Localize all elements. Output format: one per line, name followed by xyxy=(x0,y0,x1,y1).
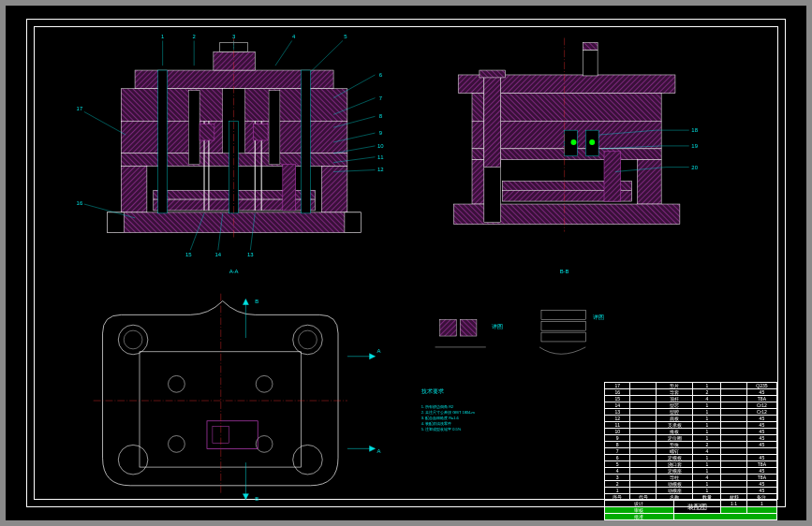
callout-20: 20 xyxy=(691,165,698,170)
callout-13: 13 xyxy=(247,252,254,257)
svg-rect-17 xyxy=(158,70,168,213)
svg-rect-71 xyxy=(460,319,477,336)
svg-point-61 xyxy=(256,436,273,453)
title-row-green2: 批准 xyxy=(605,514,777,520)
notes-header: 技术要求 xyxy=(421,388,444,394)
svg-rect-51 xyxy=(140,352,302,467)
callout-16: 16 xyxy=(77,200,83,206)
svg-rect-32 xyxy=(583,50,598,76)
svg-rect-18 xyxy=(302,70,311,213)
svg-rect-27 xyxy=(199,124,214,140)
detail-label-1: 详图 xyxy=(492,323,503,329)
callout-6: 6 xyxy=(379,72,383,78)
svg-point-58 xyxy=(169,375,185,392)
svg-point-60 xyxy=(169,436,185,453)
callout-12: 12 xyxy=(377,168,384,173)
svg-point-56 xyxy=(118,445,148,475)
bom-row: 16导套245 xyxy=(605,389,777,396)
notes-body: 1. 所有棱边倒角 R2 2. 未注尺寸公差按 GB/T 1804-m 3. 配… xyxy=(421,404,476,431)
callout-14: 14 xyxy=(215,252,222,257)
svg-point-59 xyxy=(256,375,273,392)
callout-3: 3 xyxy=(232,34,236,39)
callout-8: 8 xyxy=(379,113,383,119)
bom-row: 12底板145 xyxy=(605,416,777,422)
bom-row: 3导柱4T8A xyxy=(605,475,777,481)
bom-row: 6定模板145 xyxy=(605,455,777,461)
cad-canvas[interactable]: 1 2 3 4 5 6 7 8 9 10 11 12 17 16 15 14 1… xyxy=(6,6,806,520)
svg-rect-14 xyxy=(107,212,361,233)
section-label-aa: A-A xyxy=(229,269,239,274)
callout-1: 1 xyxy=(161,34,164,39)
svg-point-53 xyxy=(124,330,142,349)
svg-point-52 xyxy=(118,325,148,355)
svg-rect-33 xyxy=(583,42,598,50)
section-arrow-a-top: A xyxy=(376,348,380,354)
title-block: 17垫片1Q23516导套24515顶杆4T8A14型芯1Cr1213型腔1Cr… xyxy=(604,382,777,499)
callout-18: 18 xyxy=(691,127,698,133)
svg-point-48 xyxy=(571,139,577,145)
callout-2: 2 xyxy=(193,34,196,39)
svg-rect-75 xyxy=(541,332,585,342)
svg-rect-15 xyxy=(107,212,124,233)
bom-header-row: 序号 代号 名称 数量 材料 备注 xyxy=(605,494,777,501)
svg-rect-28 xyxy=(253,124,268,140)
svg-rect-70 xyxy=(439,319,456,336)
bom-row: 14型芯1Cr12 xyxy=(605,402,777,409)
svg-rect-29 xyxy=(283,165,296,211)
bom-row: 5浇口套1T8A xyxy=(605,461,777,468)
callout-7: 7 xyxy=(379,95,382,101)
callout-17: 17 xyxy=(77,106,83,111)
bom-row: 17垫片1Q235 xyxy=(605,383,777,389)
svg-rect-74 xyxy=(541,321,585,330)
bom-row: 9定位圈145 xyxy=(605,435,777,442)
section-arrow-b-bot: B xyxy=(255,496,258,502)
svg-rect-10 xyxy=(121,167,147,212)
callout-11: 11 xyxy=(377,154,384,160)
callout-9: 9 xyxy=(379,130,382,136)
section-arrow-a-bot: A xyxy=(376,448,380,454)
bom-row: 2动模板145 xyxy=(605,481,777,488)
svg-point-55 xyxy=(299,330,317,349)
svg-point-57 xyxy=(293,445,323,475)
bom-row: 8垫块245 xyxy=(605,442,777,448)
svg-point-49 xyxy=(589,139,595,145)
svg-rect-20 xyxy=(269,91,280,165)
callout-5: 5 xyxy=(344,34,347,39)
svg-point-54 xyxy=(293,325,323,355)
section-arrow-b-top: B xyxy=(255,299,258,304)
bom-row: 15顶杆4T8A xyxy=(605,396,777,402)
svg-rect-11 xyxy=(321,167,347,212)
svg-rect-47 xyxy=(604,152,621,201)
bom-row: 7螺钉4 xyxy=(605,448,777,455)
callout-15: 15 xyxy=(185,252,192,257)
svg-rect-16 xyxy=(345,212,362,233)
detail-label-2: 详图 xyxy=(593,314,604,320)
title-row: 设计 装配图 1:1 1 xyxy=(605,501,777,507)
technical-notes: 技术要求 1. 所有棱边倒角 R2 2. 未注尺寸公差按 GB/T 1804-m… xyxy=(421,388,476,431)
plan-view: B B A A xyxy=(94,294,381,502)
callout-4: 4 xyxy=(292,34,296,39)
svg-rect-62 xyxy=(207,421,258,449)
svg-rect-19 xyxy=(188,91,199,165)
bom-row: 10推板145 xyxy=(605,429,777,435)
svg-rect-43 xyxy=(484,75,501,168)
callout-10: 10 xyxy=(377,143,384,149)
section-label-bb: B-B xyxy=(560,269,569,274)
callout-19: 19 xyxy=(691,143,698,149)
bom-table: 17垫片1Q23516导套24515顶杆4T8A14型芯1Cr1213型腔1Cr… xyxy=(604,382,777,520)
bom-row: 4定模座145 xyxy=(605,468,777,475)
section-view-bb: 18 19 20 B-B xyxy=(453,38,698,274)
bom-row: 11支承板145 xyxy=(605,422,777,429)
svg-rect-5 xyxy=(214,51,255,70)
bom-row: 1动模座145 xyxy=(605,488,777,494)
svg-rect-38 xyxy=(638,160,662,204)
bom-row: 13型腔1Cr12 xyxy=(605,409,777,416)
detail-views: 详图 详图 xyxy=(436,310,605,354)
svg-rect-44 xyxy=(480,70,506,78)
svg-rect-73 xyxy=(541,310,585,319)
section-view-aa: 1 2 3 4 5 6 7 8 9 10 11 12 17 16 15 14 1… xyxy=(77,34,385,274)
